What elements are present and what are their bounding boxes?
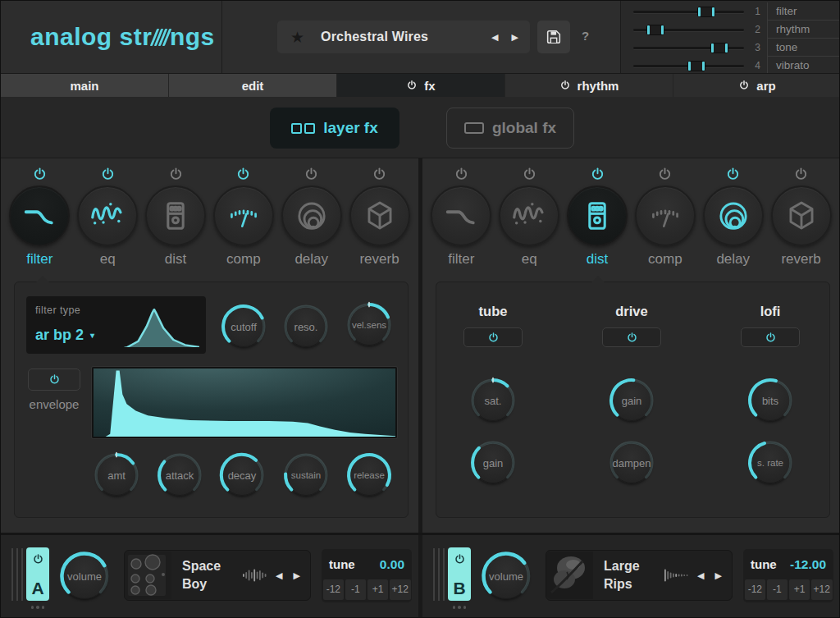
filter-power-button[interactable]: [450, 165, 472, 183]
cutoff-knob[interactable]: cutoff: [220, 303, 267, 350]
macro-filter-slider-handle[interactable]: [697, 7, 715, 17]
macro-filter-slider[interactable]: [633, 11, 744, 13]
tab-arp[interactable]: arp: [673, 74, 840, 97]
envelope-power-button[interactable]: [28, 369, 80, 391]
dist-power-button[interactable]: [587, 165, 608, 183]
layer-a-button[interactable]: A: [26, 547, 49, 601]
macro-vibrato-slider-handle[interactable]: [687, 61, 705, 71]
layer-b-tune-value[interactable]: -12.00: [790, 557, 826, 572]
tune-label: tune: [329, 557, 355, 571]
help-button[interactable]: ?: [582, 29, 589, 43]
layer-b-sample-selector[interactable]: LargeRips ◀ ▶: [546, 550, 733, 601]
comp-effect-button[interactable]: [635, 185, 696, 246]
attack-knob[interactable]: attack: [156, 451, 203, 499]
amt-knob[interactable]: amt: [93, 451, 140, 499]
delay-power-button[interactable]: [723, 165, 744, 183]
filter-type-dropdown[interactable]: ar bp 2 ▾: [35, 327, 94, 344]
dist-effect-button[interactable]: [567, 185, 628, 246]
eq-power-button[interactable]: [97, 165, 118, 183]
layer-a-strip: A volume SpaceBoy ◀ ▶ tune 0.00: [1, 535, 418, 618]
layer-b-tune-+12-button[interactable]: +12: [811, 579, 833, 600]
drive-gain-knob[interactable]: gain: [608, 377, 655, 424]
reverb-effect-button[interactable]: [349, 185, 410, 246]
filter-effect-button[interactable]: [431, 185, 491, 246]
macro-tone-slider[interactable]: [633, 47, 744, 49]
reverb-power-button[interactable]: [369, 165, 390, 183]
filter-effect-button[interactable]: [9, 185, 70, 246]
delay-effect-button[interactable]: [703, 185, 764, 246]
macro-rhythm-slider-handle[interactable]: [646, 25, 664, 35]
sustain-knob[interactable]: sustain: [282, 451, 330, 499]
preset-next-button[interactable]: ▶: [512, 32, 518, 43]
lofi-power-button[interactable]: [741, 327, 800, 347]
dist-controls-panel: tube drive lofi sat. gain bits gain damp…: [436, 282, 830, 518]
layer-b-fx-panel: filter eq dist comp delay reverb tube dr…: [422, 158, 840, 533]
layer-fx-button[interactable]: layer fx: [270, 108, 399, 149]
layer-a-sample-prev-button[interactable]: ◀: [276, 570, 282, 581]
reso-knob[interactable]: reso.: [282, 303, 330, 350]
dampen-knob[interactable]: dampen: [608, 439, 655, 487]
layer-b-sample-next-button[interactable]: ▶: [714, 570, 721, 581]
global-fx-button[interactable]: global fx: [446, 108, 574, 149]
layer-a-tune--12-button[interactable]: -12: [323, 579, 345, 600]
reverb-effect-button[interactable]: [771, 185, 832, 246]
vel-sens-knob[interactable]: vel.sens: [345, 301, 393, 349]
tab-edit[interactable]: edit: [169, 74, 337, 97]
tab-fx[interactable]: fx: [337, 74, 505, 97]
drive-power-button[interactable]: [602, 327, 661, 347]
layer-b-volume-knob[interactable]: volume: [480, 550, 532, 602]
layer-a-drag-handle[interactable]: [11, 548, 23, 601]
macro-tone-slider-handle[interactable]: [710, 43, 728, 53]
eq-power-button[interactable]: [518, 165, 540, 183]
delay-label: delay: [716, 251, 750, 268]
layer-b-menu-dots[interactable]: [448, 606, 471, 609]
macro-rhythm-slider[interactable]: [633, 29, 744, 31]
save-preset-button[interactable]: [537, 21, 570, 53]
preset-selector[interactable]: ★ Orchestral Wires ◀ ▶: [277, 21, 530, 53]
favorite-star-icon[interactable]: ★: [290, 28, 304, 47]
sat-knob[interactable]: sat.: [469, 377, 517, 424]
comp-power-button[interactable]: [655, 165, 676, 183]
layer-b-sample-thumbnail[interactable]: [546, 552, 593, 599]
bits-knob[interactable]: bits: [746, 377, 794, 424]
layer-a-tune--1-button[interactable]: -1: [345, 579, 367, 600]
layer-a-volume-knob[interactable]: volume: [58, 550, 111, 602]
reverb-power-button[interactable]: [791, 165, 812, 183]
release-knob[interactable]: release: [345, 451, 393, 499]
layer-b-tune--12-button[interactable]: -12: [745, 579, 766, 600]
layer-a-menu-dots[interactable]: [26, 606, 49, 609]
tab-label: fx: [424, 79, 435, 93]
power-icon: [559, 80, 571, 91]
layer-a-tune-+12-button[interactable]: +12: [390, 579, 411, 600]
preset-prev-button[interactable]: ◀: [491, 32, 498, 43]
layer-b-tune-+1-button[interactable]: +1: [789, 579, 810, 600]
eq-effect-button[interactable]: [499, 185, 559, 246]
tube-power-button[interactable]: [463, 327, 523, 347]
comp-power-button[interactable]: [233, 165, 254, 183]
tab-rhythm[interactable]: rhythm: [505, 74, 673, 97]
layer-a-sample-next-button[interactable]: ▶: [293, 570, 299, 581]
macro-vibrato-slider[interactable]: [633, 65, 744, 67]
decay-knob[interactable]: decay: [218, 451, 266, 499]
filter-controls-panel: filter type ar bp 2 ▾ cutoff reso. vel.s…: [14, 282, 409, 518]
knob-label: decay: [218, 451, 266, 499]
delay-effect-button[interactable]: [281, 185, 342, 246]
comp-effect-button[interactable]: [213, 185, 274, 246]
layer-a-tune-value[interactable]: 0.00: [380, 557, 404, 572]
layer-a-sample-selector[interactable]: SpaceBoy ◀ ▶: [124, 550, 311, 601]
delay-power-button[interactable]: [301, 165, 322, 183]
layer-b-tune--1-button[interactable]: -1: [767, 579, 788, 600]
tube-gain-knob[interactable]: gain: [469, 439, 517, 487]
tab-main[interactable]: main: [1, 74, 169, 97]
dist-effect-button[interactable]: [145, 185, 206, 246]
layer-b-sample-prev-button[interactable]: ◀: [697, 570, 704, 581]
layer-b-button[interactable]: B: [448, 547, 471, 601]
filter-power-button[interactable]: [29, 165, 50, 183]
lofi-section-label: lofi: [729, 304, 811, 319]
layer-a-sample-thumbnail[interactable]: [125, 552, 171, 599]
dist-power-button[interactable]: [165, 165, 186, 183]
layer-b-drag-handle[interactable]: [433, 548, 445, 601]
s-rate-knob[interactable]: s. rate: [746, 439, 794, 487]
eq-effect-button[interactable]: [77, 185, 138, 246]
layer-a-tune-+1-button[interactable]: +1: [368, 579, 389, 600]
